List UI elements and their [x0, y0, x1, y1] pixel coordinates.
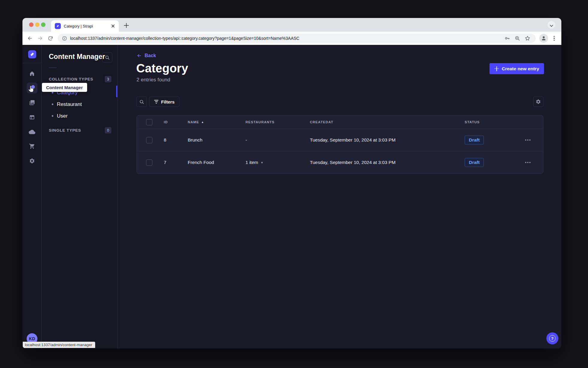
create-button-label: Create new entry — [502, 66, 539, 72]
row-checkbox[interactable] — [146, 159, 152, 166]
filters-button[interactable]: Filters — [149, 97, 179, 107]
reload-icon[interactable] — [45, 33, 55, 43]
plus-icon — [494, 66, 499, 71]
header-status: STATUS — [465, 120, 525, 124]
create-new-entry-button[interactable]: Create new entry — [490, 63, 544, 74]
help-button[interactable]: ? — [546, 332, 558, 344]
header-name[interactable]: NAME▲ — [188, 120, 245, 124]
cell-name: French Food — [188, 160, 245, 165]
window-fullscreen-button[interactable] — [41, 22, 46, 27]
home-icon[interactable] — [27, 68, 37, 79]
header-createdat: CREATEDAT — [310, 120, 465, 124]
status-badge: Draft — [465, 136, 484, 145]
sidebar-item-label: User — [57, 113, 68, 119]
row-actions-menu-icon[interactable] — [525, 162, 531, 163]
filter-funnel-icon — [154, 100, 158, 103]
macos-traffic-lights — [29, 22, 46, 27]
sidebar-item-label: Restaurant — [57, 101, 82, 107]
bookmark-star-icon[interactable] — [524, 34, 531, 42]
browser-profile-avatar[interactable] — [539, 34, 548, 43]
strapi-favicon-icon — [55, 23, 61, 29]
forward-arrow-icon[interactable] — [35, 33, 45, 43]
cell-createdat: Tuesday, September 10, 2024 at 3:03 PM — [310, 137, 465, 143]
cell-id: 8 — [164, 137, 188, 143]
tab-close-icon[interactable] — [110, 23, 116, 29]
select-all-checkbox[interactable] — [146, 119, 152, 125]
tab-title: Category | Strapi — [64, 24, 110, 28]
header-id[interactable]: ID — [164, 120, 188, 124]
bullet-icon — [51, 103, 54, 105]
sidebar-title: Content Manager — [49, 53, 105, 61]
row-checkbox[interactable] — [146, 137, 152, 143]
bullet-icon — [51, 92, 54, 94]
zoom-icon[interactable] — [513, 34, 521, 42]
table-row[interactable]: 7 French Food 1 item▾ Tuesday, September… — [137, 151, 543, 174]
table-header-row: ID NAME▲ RESTAURANTS CREATEDAT STATUS — [137, 115, 543, 129]
page-title: Category — [136, 62, 188, 75]
sidebar-search-button[interactable] — [102, 52, 112, 63]
status-badge: Draft — [465, 158, 484, 167]
bullet-icon — [51, 115, 54, 117]
sort-asc-icon: ▲ — [201, 121, 204, 124]
single-types-count-badge: 0 — [105, 127, 111, 133]
sidebar-item-restaurant[interactable]: Restaurant — [49, 98, 110, 110]
marketplace-cart-icon[interactable] — [27, 141, 37, 152]
table-settings-button[interactable] — [533, 97, 543, 107]
browser-menu-kebab-icon[interactable] — [551, 34, 557, 43]
content-manager-tooltip: Content Manager — [42, 83, 87, 92]
password-key-icon[interactable] — [503, 34, 511, 42]
collection-types-count-badge: 3 — [105, 76, 111, 82]
divider — [22, 63, 41, 63]
main-content: Back Category 2 entries found Create new… — [118, 45, 561, 349]
active-item-indicator — [116, 86, 117, 97]
browser-window: Category | Strapi localhost:1337/admin/c… — [22, 18, 561, 349]
cloud-icon[interactable] — [27, 127, 37, 137]
table-search-button[interactable] — [137, 97, 147, 107]
caret-down-icon: ▾ — [261, 161, 263, 165]
window-minimize-button[interactable] — [35, 22, 40, 27]
settings-icon[interactable] — [27, 156, 37, 166]
hand-cursor-icon — [28, 86, 34, 94]
table-row[interactable]: 8 Brunch - Tuesday, September 10, 2024 a… — [137, 129, 543, 151]
filters-label: Filters — [161, 99, 175, 104]
entries-count: 2 entries found — [137, 77, 170, 83]
collection-types-label: COLLECTION TYPES — [49, 77, 93, 81]
browser-status-bubble: localhost:1337/admin/content-manager — [23, 342, 95, 348]
strapi-app: KD Content Manager COLLECTION TYPES 3 Ca… — [22, 45, 561, 349]
url-bar[interactable]: localhost:1337/admin/content-manager/col… — [58, 34, 536, 43]
header-restaurants: RESTAURANTS — [245, 120, 310, 124]
cell-restaurants: - — [245, 137, 310, 143]
media-library-icon[interactable] — [27, 97, 37, 108]
tab-search-chevron-icon[interactable] — [548, 21, 555, 29]
back-label: Back — [145, 53, 156, 58]
browser-tab-strip: Category | Strapi — [22, 18, 561, 32]
divider — [49, 68, 57, 68]
site-info-icon[interactable] — [62, 36, 67, 41]
cell-restaurants[interactable]: 1 item▾ — [245, 160, 310, 165]
browser-tab[interactable]: Category | Strapi — [51, 20, 119, 32]
sidebar-item-user[interactable]: User — [49, 110, 110, 122]
row-actions-menu-icon[interactable] — [525, 139, 531, 141]
strapi-logo[interactable] — [28, 50, 36, 58]
cell-name: Brunch — [188, 137, 245, 143]
content-type-builder-icon[interactable] — [27, 112, 37, 123]
browser-toolbar: localhost:1337/admin/content-manager/col… — [22, 32, 561, 45]
cell-id: 7 — [164, 160, 188, 165]
window-close-button[interactable] — [29, 22, 34, 27]
question-mark-icon: ? — [549, 335, 556, 342]
cell-createdat: Tuesday, September 10, 2024 at 3:03 PM — [310, 160, 465, 165]
url-text: localhost:1337/admin/content-manager/col… — [70, 36, 501, 41]
back-link[interactable]: Back — [137, 53, 156, 58]
back-arrow-icon[interactable] — [25, 33, 35, 43]
entries-table: ID NAME▲ RESTAURANTS CREATEDAT STATUS 8 … — [137, 115, 543, 174]
single-types-label: SINGLE TYPES — [49, 128, 81, 133]
new-tab-button[interactable] — [123, 22, 130, 29]
